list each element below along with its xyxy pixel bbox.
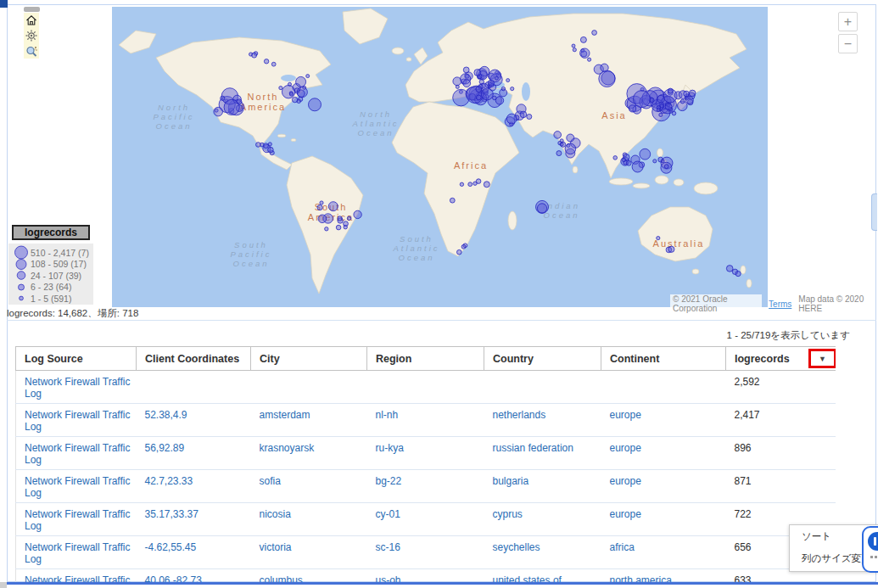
cell-city[interactable]: nicosia — [251, 503, 367, 536]
map-bubble[interactable] — [252, 53, 257, 58]
map-bubble[interactable] — [572, 44, 575, 48]
column-menu-annotation[interactable]: ▼ — [808, 349, 836, 368]
cell-country[interactable]: cyprus — [484, 503, 601, 536]
cell-client_coordinates[interactable]: 35.17,33.37 — [137, 503, 251, 536]
map-bubble[interactable] — [689, 90, 696, 97]
map-bubble[interactable] — [325, 227, 328, 231]
cell-region[interactable]: ru-kya — [367, 437, 484, 470]
map-bubble[interactable] — [309, 98, 322, 111]
column-header-continent[interactable]: Continent — [601, 347, 726, 371]
map-zoom-in-button[interactable]: + — [838, 12, 858, 31]
map-bubble[interactable] — [684, 91, 690, 97]
map-bubble[interactable] — [456, 85, 459, 88]
map-bubble[interactable] — [256, 143, 261, 148]
map-bubble[interactable] — [354, 210, 361, 218]
table-row[interactable]: Network Firewall Traffic Log56,92.89kras… — [16, 437, 836, 470]
map-bubble[interactable] — [317, 205, 322, 210]
map-bubble[interactable] — [336, 225, 341, 230]
map-bubble[interactable] — [626, 160, 631, 165]
map-bubble[interactable] — [613, 156, 618, 160]
cell-country[interactable]: united states of america — [484, 569, 601, 583]
cell-continent[interactable]: europe — [601, 404, 726, 437]
map-bubble[interactable] — [601, 64, 608, 71]
map-bubble[interactable] — [264, 59, 268, 64]
map-bubble[interactable] — [665, 104, 672, 110]
map-bubble[interactable] — [657, 106, 660, 109]
map-bubble[interactable] — [657, 237, 660, 240]
map-bubble[interactable] — [664, 165, 668, 169]
side-panel-tab[interactable] — [871, 193, 877, 231]
cell-log_source[interactable]: Network Firewall Traffic Log — [16, 503, 137, 536]
map-bubble[interactable] — [537, 204, 546, 213]
column-header-city[interactable]: City — [251, 347, 367, 371]
map-bubble[interactable] — [344, 226, 347, 229]
table-row[interactable]: Network Firewall Traffic Log-4.62,55.45v… — [16, 536, 836, 569]
map-bubble[interactable] — [668, 88, 673, 93]
cell-region[interactable] — [367, 371, 484, 404]
map-bubble[interactable] — [506, 114, 517, 124]
zoom-window-icon[interactable] — [24, 43, 39, 59]
settings-gear-icon[interactable] — [24, 28, 39, 43]
cell-country[interactable] — [484, 371, 601, 404]
map-bubble[interactable] — [672, 111, 676, 115]
map-bubble[interactable] — [476, 87, 482, 92]
map-bubble[interactable] — [661, 160, 664, 163]
map-bubble[interactable] — [489, 70, 501, 82]
cell-country[interactable]: seychelles — [484, 536, 601, 569]
cell-region[interactable]: us-oh — [367, 569, 484, 583]
cell-country[interactable]: bulgaria — [484, 470, 601, 503]
map-bubble[interactable] — [463, 67, 469, 73]
toolbar-drag-handle[interactable] — [24, 7, 40, 12]
map-bubble[interactable] — [237, 99, 242, 104]
world-map-svg[interactable]: NorthPacificOceanNorthAtlanticOceanSouth… — [112, 7, 768, 307]
map-bubble[interactable] — [264, 143, 269, 148]
cell-client_coordinates[interactable]: 40.06,-82.73 — [137, 569, 251, 583]
map-bubble[interactable] — [328, 202, 338, 211]
map-bubble[interactable] — [296, 76, 306, 87]
map-bubble[interactable] — [495, 76, 498, 80]
map-bubble[interactable] — [520, 111, 527, 118]
map-bubble[interactable] — [457, 249, 462, 255]
cell-city[interactable]: columbus — [251, 569, 367, 583]
column-header-log_source[interactable]: Log Source — [16, 347, 137, 371]
cell-log_source[interactable]: Network Firewall Traffic Log — [16, 536, 137, 569]
map-bubble[interactable] — [320, 201, 323, 204]
cell-country[interactable]: netherlands — [484, 404, 601, 437]
map-bubble[interactable] — [588, 58, 591, 61]
home-icon[interactable] — [24, 13, 39, 28]
table-row[interactable]: Network Firewall Traffic Log2,592 — [16, 371, 836, 404]
map-bubble[interactable] — [493, 96, 497, 100]
map-bubble[interactable] — [298, 90, 305, 98]
cell-log_source[interactable]: Network Firewall Traffic Log — [16, 371, 137, 404]
map-bubble[interactable] — [567, 134, 574, 142]
map-bubble[interactable] — [653, 160, 657, 163]
map-bubble[interactable] — [640, 148, 651, 160]
map-zoom-out-button[interactable]: − — [838, 34, 858, 53]
cell-client_coordinates[interactable] — [137, 371, 251, 404]
legend-entry[interactable]: 1 - 5 (591) — [14, 293, 93, 305]
map-bubble[interactable] — [288, 82, 292, 86]
map-bubble[interactable] — [484, 182, 489, 188]
map-bubble[interactable] — [685, 96, 693, 104]
cell-city[interactable] — [251, 371, 367, 404]
map-bubble[interactable] — [450, 198, 455, 203]
map-bubble[interactable] — [318, 215, 327, 223]
map-bubble[interactable] — [214, 107, 223, 116]
cell-log_source[interactable]: Network Firewall Traffic Log — [16, 569, 137, 583]
map-bubble[interactable] — [622, 158, 625, 161]
cell-log_source[interactable]: Network Firewall Traffic Log — [16, 404, 137, 437]
cell-continent[interactable]: africa — [601, 536, 726, 569]
map-bubble[interactable] — [271, 62, 276, 66]
map-bubble[interactable] — [599, 70, 615, 87]
map-bubble[interactable] — [268, 147, 274, 153]
cell-continent[interactable] — [601, 371, 726, 404]
column-header-client_coordinates[interactable]: Client Coordinates — [137, 347, 251, 371]
cell-continent[interactable]: europe — [601, 437, 726, 470]
map-bubble[interactable] — [476, 95, 481, 100]
assistant-widget[interactable] — [862, 526, 878, 573]
cell-city[interactable]: sofia — [251, 470, 367, 503]
map-bubble[interactable] — [347, 216, 350, 220]
table-row[interactable]: Network Firewall Traffic Log35.17,33.37n… — [16, 503, 836, 536]
map-bubble[interactable] — [473, 182, 477, 185]
map-bubble[interactable] — [463, 80, 471, 87]
